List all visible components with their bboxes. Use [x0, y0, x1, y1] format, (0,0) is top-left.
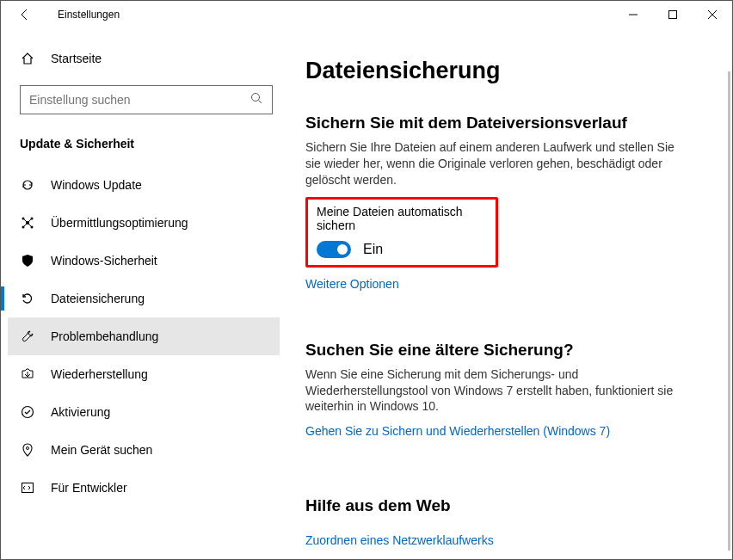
recovery-icon — [20, 366, 35, 382]
svg-line-12 — [28, 218, 32, 223]
nav-recovery[interactable]: Wiederherstellung — [8, 355, 280, 393]
location-icon — [20, 442, 35, 458]
search-icon — [250, 92, 263, 108]
close-button[interactable] — [693, 1, 732, 28]
section-heading: Sichern Sie mit dem Dateiversionsverlauf — [305, 114, 706, 132]
nav-windows-security[interactable]: Windows-Sicherheit — [8, 242, 280, 280]
search-field[interactable] — [29, 93, 236, 107]
content-area: Dateiensicherung Sichern Sie mit dem Dat… — [280, 28, 732, 559]
nav-label: Dateiensicherung — [51, 292, 145, 305]
group-header: Update & Sicherheit — [8, 130, 280, 166]
toggle-state: Ein — [363, 242, 383, 257]
search-input[interactable] — [20, 85, 273, 114]
svg-line-5 — [259, 100, 262, 103]
nav-delivery-optimization[interactable]: Übermittlungsoptimierung — [8, 204, 280, 242]
optimization-icon — [20, 215, 35, 231]
home-icon — [20, 51, 35, 66]
nav-label: Wiederherstellung — [51, 367, 148, 381]
win7-backup-link[interactable]: Gehen Sie zu Sichern und Wiederherstelle… — [305, 424, 610, 438]
svg-point-16 — [27, 447, 29, 450]
page-title: Dateiensicherung — [305, 58, 706, 84]
nav-label: Windows-Sicherheit — [51, 254, 157, 268]
sync-icon — [20, 177, 35, 193]
window-title: Einstellungen — [58, 9, 120, 21]
toggle-label: Meine Dateien automatisch sichern — [317, 205, 487, 232]
section-heading: Suchen Sie eine ältere Sicherung? — [305, 341, 706, 360]
more-options-link[interactable]: Weitere Optionen — [305, 277, 399, 291]
section-description: Sichern Sie Ihre Dateien auf einem ander… — [305, 139, 684, 188]
nav-backup[interactable]: Dateiensicherung — [8, 280, 280, 317]
nav-label: Mein Gerät suchen — [51, 443, 152, 457]
svg-line-13 — [23, 223, 28, 227]
svg-line-14 — [28, 223, 32, 227]
nav-label: Übermittlungsoptimierung — [51, 216, 188, 230]
home-button[interactable]: Startseite — [8, 37, 280, 80]
nav-label: Aktivierung — [51, 405, 110, 419]
shield-icon — [20, 253, 35, 268]
nav-label: Für Entwickler — [51, 481, 127, 495]
svg-rect-1 — [669, 11, 677, 19]
nav-activation[interactable]: Aktivierung — [8, 393, 280, 431]
backup-icon — [20, 291, 35, 306]
svg-point-15 — [22, 407, 34, 418]
nav-label: Windows Update — [51, 178, 142, 192]
svg-line-11 — [23, 218, 28, 223]
arrow-left-icon — [18, 8, 32, 22]
svg-point-4 — [252, 93, 260, 101]
scrollbar[interactable] — [728, 71, 730, 551]
nav-find-my-device[interactable]: Mein Gerät suchen — [8, 431, 280, 469]
check-circle-icon — [20, 404, 35, 420]
section-description: Wenn Sie eine Sicherung mit dem Sicherun… — [305, 366, 684, 415]
home-label: Startseite — [51, 52, 102, 65]
nav-windows-update[interactable]: Windows Update — [8, 166, 280, 204]
sidebar: Startseite Update & Sicherheit Windows U… — [1, 28, 280, 559]
nav-for-developers[interactable]: Für Entwickler — [8, 469, 280, 507]
section-heading: Hilfe aus dem Web — [305, 496, 706, 515]
wrench-icon — [20, 329, 35, 344]
back-button[interactable] — [11, 8, 39, 22]
backup-toggle[interactable] — [317, 241, 351, 258]
maximize-button[interactable] — [653, 1, 693, 28]
nav-label: Problembehandlung — [51, 329, 158, 343]
map-network-drive-link[interactable]: Zuordnen eines Netzwerklaufwerks — [305, 533, 494, 547]
nav-troubleshoot[interactable]: Problembehandlung — [8, 317, 280, 355]
highlight-box: Meine Dateien automatisch sichern Ein — [305, 197, 498, 268]
minimize-button[interactable] — [613, 1, 653, 28]
code-icon — [20, 480, 35, 495]
